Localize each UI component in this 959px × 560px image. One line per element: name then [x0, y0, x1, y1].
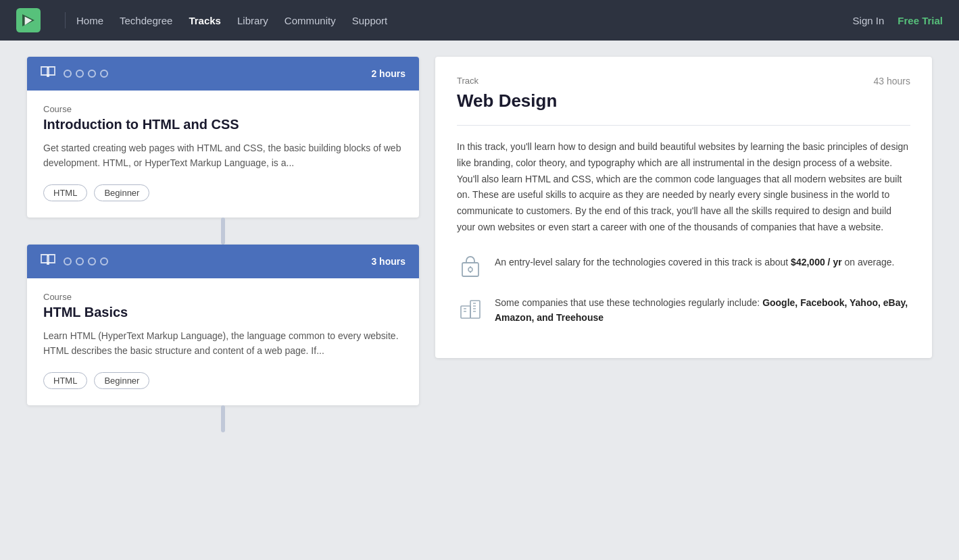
- dot-3: [88, 70, 96, 78]
- course1-tag-html[interactable]: HTML: [43, 184, 87, 201]
- course-card-2-header: 3 hours: [27, 245, 419, 278]
- track-salary-text: An entry-level salary for the technologi…: [495, 255, 894, 270]
- course2-tag-html[interactable]: HTML: [43, 372, 87, 389]
- track-companies-text: Some companies that use these technologi…: [495, 295, 910, 326]
- course-card-2: 3 hours Course HTML Basics Learn HTML (H…: [27, 245, 419, 405]
- salary-icon: [457, 255, 484, 282]
- course1-label: Course: [43, 104, 403, 114]
- course1-tags: HTML Beginner: [43, 184, 403, 201]
- dot-1: [64, 70, 72, 78]
- track-salary-stat: An entry-level salary for the technologi…: [457, 255, 910, 282]
- course-card-1-header-left: [41, 66, 108, 81]
- course2-label: Course: [43, 292, 403, 302]
- nav-support[interactable]: Support: [352, 15, 388, 26]
- companies-icon: [457, 295, 484, 322]
- nav-tracks[interactable]: Tracks: [189, 15, 221, 26]
- nav-right: Sign In Free Trial: [853, 15, 943, 26]
- right-column: Track 43 hours Web Design In this track,…: [435, 57, 932, 432]
- track-hours: 43 hours: [874, 76, 910, 86]
- nav-divider: [65, 12, 66, 28]
- nav-home[interactable]: Home: [76, 15, 103, 26]
- nav-techdegree[interactable]: Techdegree: [120, 15, 172, 26]
- course-card-2-body: Course HTML Basics Learn HTML (HyperText…: [27, 278, 419, 405]
- dot-2: [76, 70, 84, 78]
- main-container: 2 hours Course Introduction to HTML and …: [0, 41, 959, 449]
- course2-tag-beginner[interactable]: Beginner: [94, 372, 149, 389]
- progress-dots-1: [64, 70, 108, 78]
- track-meta: Track 43 hours: [457, 76, 910, 86]
- course-card-1: 2 hours Course Introduction to HTML and …: [27, 57, 419, 218]
- connector-1: [221, 218, 225, 245]
- track-divider: [457, 125, 910, 126]
- nav-library[interactable]: Library: [237, 15, 268, 26]
- free-trial-link[interactable]: Free Trial: [897, 15, 943, 26]
- svg-point-4: [468, 268, 472, 272]
- course1-hours: 2 hours: [371, 68, 405, 79]
- dot-8: [100, 257, 108, 265]
- logo[interactable]: [16, 8, 41, 32]
- course-card-1-header: 2 hours: [27, 57, 419, 91]
- left-column: 2 hours Course Introduction to HTML and …: [27, 57, 419, 432]
- course-card-2-header-left: [41, 254, 108, 269]
- dot-6: [76, 257, 84, 265]
- course1-title: Introduction to HTML and CSS: [43, 117, 403, 132]
- course2-title: HTML Basics: [43, 305, 403, 320]
- dot-4: [100, 70, 108, 78]
- course2-hours: 3 hours: [371, 256, 405, 267]
- course2-tags: HTML Beginner: [43, 372, 403, 389]
- nav-links: Home Techdegree Tracks Library Community…: [76, 15, 853, 26]
- track-label: Track: [457, 76, 478, 86]
- connector-2: [221, 405, 225, 432]
- navigation: Home Techdegree Tracks Library Community…: [0, 0, 959, 41]
- course-card-1-body: Course Introduction to HTML and CSS Get …: [27, 91, 419, 218]
- book-icon-2: [41, 254, 55, 269]
- nav-community[interactable]: Community: [285, 15, 336, 26]
- svg-rect-7: [461, 306, 470, 318]
- course1-desc: Get started creating web pages with HTML…: [43, 141, 403, 171]
- progress-dots-2: [64, 257, 108, 265]
- track-card: Track 43 hours Web Design In this track,…: [435, 57, 932, 358]
- svg-rect-3: [462, 263, 478, 276]
- track-title: Web Design: [457, 91, 910, 111]
- dot-5: [64, 257, 72, 265]
- track-companies-stat: Some companies that use these technologi…: [457, 295, 910, 326]
- dot-7: [88, 257, 96, 265]
- sign-in-link[interactable]: Sign In: [853, 15, 885, 26]
- course1-tag-beginner[interactable]: Beginner: [94, 184, 149, 201]
- book-icon: [41, 66, 55, 81]
- course2-desc: Learn HTML (HyperText Markup Language), …: [43, 328, 403, 359]
- track-desc: In this track, you'll learn how to desig…: [457, 139, 910, 236]
